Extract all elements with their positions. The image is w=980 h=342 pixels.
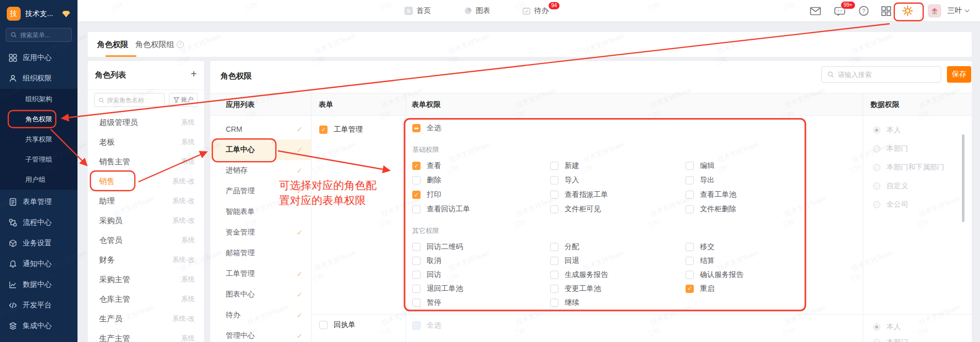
app-list-item[interactable]: 工单中心✓ [210, 139, 311, 160]
checkbox-icon[interactable] [550, 162, 558, 170]
sidebar-item-org-structure[interactable]: 组织架构 [0, 89, 77, 109]
checkbox-icon[interactable] [686, 191, 694, 199]
role-list-item[interactable]: 仓库主管系统 [88, 289, 204, 309]
app-list-item[interactable]: 产品管理✓ [210, 181, 311, 201]
save-button[interactable]: 保存 [947, 66, 971, 83]
permission-checkbox-item[interactable]: 重启 [686, 282, 857, 296]
radio-icon[interactable] [873, 127, 880, 134]
role-list-item[interactable]: 销售主管系统 [88, 152, 204, 172]
checkbox-icon[interactable] [412, 243, 421, 251]
checkbox-icon[interactable] [686, 162, 694, 170]
permission-checkbox-item[interactable]: 取消 [412, 254, 550, 268]
help-circle-icon[interactable]: ? [177, 41, 184, 48]
data-permission-radio[interactable]: 本人 [873, 121, 944, 139]
sidebar-item-data-center[interactable]: 数据中心 [0, 274, 77, 295]
app-list-item[interactable]: 待办✓ [210, 305, 311, 325]
radio-icon[interactable] [873, 145, 880, 152]
radio-icon[interactable] [873, 201, 880, 208]
sidebar-search[interactable] [6, 28, 72, 42]
permission-checkbox-item[interactable]: 移交 [686, 240, 857, 254]
checkbox-icon[interactable] [550, 271, 558, 279]
scrollbar-thumb[interactable] [962, 134, 965, 222]
app-list-item[interactable]: 邮箱管理 [210, 243, 311, 263]
permission-checkbox-item[interactable]: 结算 [686, 254, 857, 268]
data-permission-radio[interactable]: 全公司 [873, 195, 944, 214]
sidebar-item-app-center[interactable]: 应用中心 [0, 48, 77, 68]
app-list-item[interactable]: 资金管理✓ [210, 222, 311, 243]
role-list-item[interactable]: 超级管理员系统 [88, 113, 204, 132]
checkbox-icon[interactable] [412, 285, 421, 293]
sidebar-item-share-permission[interactable]: 共享权限 [0, 129, 77, 149]
role-list-item[interactable]: 老板系统 [88, 132, 204, 152]
checkbox-icon[interactable] [550, 257, 558, 265]
nav-home[interactable]: b 首页 [405, 0, 431, 22]
sidebar-item-business-settings[interactable]: 业务设置 [0, 233, 77, 254]
sidebar-search-input[interactable] [20, 32, 67, 39]
user-avatar[interactable] [928, 4, 941, 18]
workspace-header[interactable]: 技 技术支... [0, 0, 77, 23]
app-list-item[interactable]: 图表中心✓ [210, 284, 311, 305]
checkbox-icon[interactable] [412, 191, 421, 199]
sidebar-item-org-permission[interactable]: 组织权限 [0, 68, 77, 89]
permission-checkbox-item[interactable]: 删除 [412, 173, 550, 188]
permission-search-input[interactable] [838, 71, 931, 79]
checkbox-icon[interactable] [686, 243, 694, 251]
permission-checkbox-item[interactable]: 查看 [412, 159, 550, 173]
permission-search-box[interactable] [821, 66, 941, 83]
checkbox-icon[interactable] [550, 176, 558, 184]
checkbox-icon[interactable] [412, 299, 421, 307]
checkbox-icon[interactable] [686, 285, 694, 293]
checkbox-icon[interactable] [686, 205, 694, 213]
permission-checkbox-item[interactable]: 变更工单池 [550, 282, 686, 296]
form-item-work-order[interactable]: 工单管理 [319, 125, 363, 134]
permission-checkbox-item[interactable]: 回访二维码 [412, 240, 550, 254]
permission-checkbox-item[interactable]: 新建 [550, 159, 686, 173]
data-permission-radio[interactable]: 本部门和下属部门 [873, 158, 944, 177]
checkbox-icon[interactable] [686, 176, 694, 184]
nav-chart[interactable]: 图表 [464, 0, 490, 22]
radio-icon[interactable] [873, 339, 880, 342]
checkbox-icon[interactable] [686, 271, 694, 279]
tab-role-permission[interactable]: 角色权限 [97, 32, 128, 57]
data-permission-radio[interactable]: 本部门 [873, 335, 908, 342]
checkbox-icon[interactable] [412, 162, 421, 170]
sidebar-item-sub-admin-group[interactable]: 子管理组 [0, 149, 77, 169]
role-list-item[interactable]: 生产主管系统 [88, 329, 204, 342]
settings-gear-icon[interactable] [902, 0, 913, 22]
permission-checkbox-item[interactable]: 打印 [412, 188, 550, 202]
permission-checkbox-item[interactable]: 确认服务报告 [686, 268, 857, 282]
checkbox-icon[interactable] [550, 205, 558, 213]
role-list-item[interactable]: 仓管员系统 [88, 230, 204, 250]
sidebar-item-dev-platform[interactable]: 开发平台 [0, 295, 77, 316]
app-list-item[interactable]: 智能表单 [210, 201, 311, 222]
permission-checkbox-item[interactable]: 导入 [550, 173, 686, 188]
data-permission-radio[interactable]: 本部门 [873, 139, 944, 158]
role-search-input[interactable] [107, 97, 159, 104]
permission-checkbox-item[interactable]: 查看指派工单 [550, 188, 686, 202]
form-item-receipt[interactable]: 回执单 [319, 320, 355, 330]
message-icon[interactable]: 99+ [834, 0, 845, 22]
data-permission-radio[interactable]: 本人 [873, 319, 908, 335]
tab-role-permission-group[interactable]: 角色权限组 ? [135, 32, 184, 57]
app-list-item[interactable]: CRM✓ [210, 119, 311, 139]
checkbox-icon[interactable] [412, 271, 421, 279]
app-list-item[interactable]: 工单管理✓ [210, 263, 311, 284]
radio-icon[interactable] [873, 164, 880, 171]
permission-checkbox-item[interactable]: 文件柜删除 [686, 202, 857, 216]
checkbox-icon[interactable] [550, 191, 558, 199]
role-list-item[interactable]: 财务系统-改 [88, 250, 204, 270]
checkbox-icon[interactable] [319, 321, 328, 329]
permission-checkbox-item[interactable]: 回退 [550, 254, 686, 268]
checkbox-icon[interactable] [550, 299, 558, 307]
app-list-item[interactable]: 管理中心✓ [210, 325, 311, 342]
help-icon[interactable]: ? [859, 0, 869, 22]
add-role-button[interactable]: + [191, 68, 197, 80]
checkbox-icon[interactable] [412, 205, 421, 213]
permission-checkbox-item[interactable]: 导出 [686, 173, 857, 188]
checkbox-icon[interactable] [319, 126, 328, 134]
permission-checkbox-item[interactable]: 文件柜可见 [550, 202, 686, 216]
role-list-item[interactable]: 助理系统-改 [88, 191, 204, 211]
checkbox-icon[interactable] [550, 285, 558, 293]
sidebar-item-flow-center[interactable]: 流程中心 [0, 212, 77, 233]
radio-icon[interactable] [873, 323, 880, 331]
